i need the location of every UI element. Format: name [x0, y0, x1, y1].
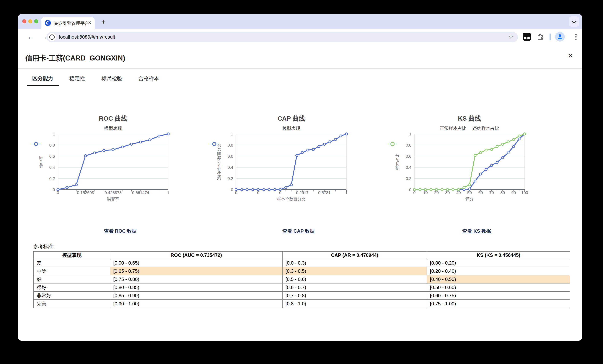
url-text[interactable]: localhost:8080/#/mv/result: [59, 34, 115, 40]
data-point: [474, 154, 476, 157]
profile-avatar[interactable]: [555, 32, 565, 42]
data-point: [518, 135, 520, 137]
table-cell: 差: [34, 259, 110, 267]
extension-icon[interactable]: [523, 33, 531, 41]
data-point: [501, 143, 504, 146]
browser-tab[interactable]: 决策引擎管理平台 ✕: [41, 17, 95, 29]
data-point: [490, 148, 493, 151]
site-info-icon[interactable]: [48, 33, 56, 41]
data-point: [66, 186, 68, 189]
table-row: 非常好[0.85 - 0.90)[0.7 - 0.8)[0.60 - 0.75): [34, 291, 570, 300]
view-data-link-3[interactable]: 查看 KS 数据: [388, 228, 566, 235]
table-cell: 中等: [34, 267, 110, 275]
data-point: [468, 188, 471, 190]
svg-text:0.2: 0.2: [49, 176, 55, 181]
page-content: 信用卡-工薪(CARD_GONGXIN) ✕ 区分能力稳定性标尺检验合格样本 R…: [18, 45, 582, 341]
tab-title: 决策引擎管理平台: [53, 20, 88, 27]
table-cell: [0.00 - 0.20): [427, 259, 570, 267]
svg-text:0: 0: [53, 187, 55, 192]
chart-title: ROC 曲线: [31, 114, 195, 123]
data-point: [463, 186, 465, 189]
data-point: [257, 189, 259, 191]
chart-title: CAP 曲线: [209, 114, 373, 123]
tab-标尺检验[interactable]: 标尺检验: [96, 73, 128, 85]
data-point: [496, 161, 498, 163]
data-point: [252, 189, 254, 191]
svg-text:0.5781: 0.5781: [318, 190, 331, 195]
data-point: [446, 189, 449, 191]
window-zoom-button[interactable]: [34, 19, 38, 23]
data-point: [167, 133, 169, 135]
header-divider: [18, 68, 582, 69]
table-cell: [0.75 - 1.00): [427, 300, 570, 308]
svg-text:0.426873: 0.426873: [104, 190, 122, 195]
tab-区分能力[interactable]: 区分能力: [27, 73, 59, 86]
table-header-cell: KS (KS = 0.456445): [427, 251, 570, 259]
back-button[interactable]: ←: [25, 32, 36, 42]
table-cell: [0.65 - 0.75): [110, 267, 282, 275]
svg-text:70: 70: [489, 190, 494, 195]
window-minimize-button[interactable]: [28, 19, 32, 23]
tab-close-icon[interactable]: ✕: [88, 20, 91, 25]
bookmark-star-icon[interactable]: ☆: [509, 34, 513, 40]
data-point: [501, 157, 504, 159]
extensions-puzzle-icon[interactable]: [536, 33, 544, 41]
svg-text:误警率: 误警率: [107, 197, 119, 201]
table-header-row: 模型表现ROC (AUC = 0.735472)CAP (AR = 0.4709…: [34, 251, 570, 259]
data-point: [75, 184, 77, 186]
data-point: [263, 189, 265, 191]
table-cell: [0.3 - 0.5): [282, 267, 427, 275]
svg-text:1: 1: [345, 190, 348, 195]
svg-text:0: 0: [231, 187, 233, 192]
data-point: [112, 148, 114, 151]
svg-text:0.8: 0.8: [49, 143, 55, 148]
desktop-background: 决策引擎管理平台 ✕ + ← → ⟳ localhost: [0, 0, 603, 364]
data-point: [479, 152, 482, 154]
site-favicon-icon: [45, 20, 51, 26]
chart-plot: 00.20.40.60.810000.29170.57811样本个数百分比违约样…: [209, 131, 388, 203]
svg-text:0.8: 0.8: [406, 143, 411, 148]
data-point: [290, 184, 292, 186]
data-point: [507, 152, 509, 154]
table-cell: [0.7 - 0.8): [282, 291, 427, 300]
data-point: [235, 189, 237, 191]
table-cell: 非常好: [34, 291, 110, 300]
table-header-cell: CAP (AR = 0.470944): [282, 251, 427, 259]
view-data-link-1[interactable]: 查看 ROC 数据: [31, 228, 209, 235]
data-point: [285, 186, 287, 189]
browser-toolbar: ← → ⟳ localhost:8080/#/mv/result ☆: [18, 29, 582, 46]
table-header-cell: ROC (AUC = 0.735472): [110, 251, 282, 259]
chart-2: CAP 曲线模型表现00.20.40.60.810000.29170.57811…: [209, 114, 388, 208]
table-cell: [0.90 - 1.00): [110, 300, 282, 308]
svg-text:50: 50: [467, 190, 472, 195]
svg-text:0.6: 0.6: [227, 154, 233, 159]
data-point: [518, 138, 520, 140]
table-cell: 完美: [34, 300, 110, 308]
svg-text:1: 1: [231, 132, 233, 136]
data-point: [241, 189, 243, 191]
menu-kebab-icon[interactable]: [572, 33, 580, 41]
data-point: [296, 154, 298, 157]
data-point: [158, 135, 160, 137]
data-point: [468, 184, 471, 186]
address-bar[interactable]: localhost:8080/#/mv/result ☆: [46, 32, 518, 42]
new-tab-button[interactable]: +: [98, 17, 109, 27]
data-point: [340, 135, 342, 137]
tab-合格样本[interactable]: 合格样本: [133, 73, 165, 85]
svg-text:0.6: 0.6: [406, 154, 411, 159]
data-point: [490, 164, 493, 167]
window-close-button[interactable]: [22, 19, 26, 23]
table-row: 完美[0.90 - 1.00)[0.8 - 1.0)[0.75 - 1.00): [34, 300, 570, 308]
tab-search-button[interactable]: [569, 16, 579, 27]
table-row: 很好[0.80 - 0.85)[0.6 - 0.7)[0.50 - 0.60): [34, 283, 570, 291]
view-data-link-2[interactable]: 查看 CAP 数据: [209, 228, 388, 235]
tab-稳定性[interactable]: 稳定性: [64, 73, 91, 85]
data-point: [513, 138, 515, 141]
reference-standard-label: 参考标准:: [34, 243, 54, 250]
data-point: [301, 152, 303, 154]
page-close-icon[interactable]: ✕: [568, 52, 573, 60]
page-tabs: 区分能力稳定性标尺检验合格样本: [27, 73, 170, 86]
table-row: 中等[0.65 - 0.75)[0.3 - 0.5)[0.20 - 0.40): [34, 267, 570, 275]
charts-row: ROC 曲线模型表现00.20.40.60.8100.1526080.42687…: [31, 114, 566, 208]
table-cell: 好: [34, 275, 110, 283]
